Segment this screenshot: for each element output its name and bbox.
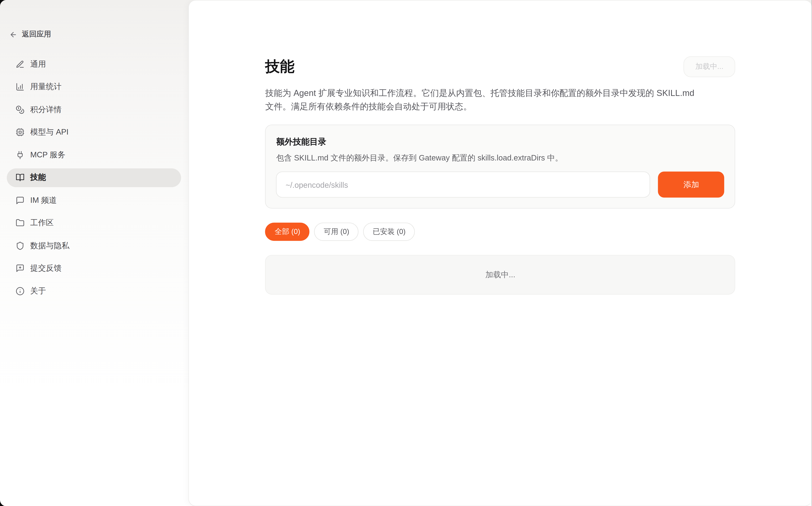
sidebar-item-label: 数据与隐私 (30, 241, 69, 251)
back-to-app-label: 返回应用 (22, 30, 51, 39)
info-icon (16, 287, 24, 296)
sidebar-item-1[interactable]: 通用 (7, 55, 181, 74)
back-to-app-button[interactable]: 返回应用 (9, 30, 51, 39)
sidebar-item-label: IM 频道 (30, 195, 57, 205)
sidebar-item-5[interactable]: MCP 服务 (7, 146, 181, 165)
sidebar-item-3[interactable]: 积分详情 (7, 100, 181, 119)
settings-panel: 技能 加载中... 技能为 Agent 扩展专业知识和工作流程。它们是从内置包、… (188, 0, 812, 506)
pencil-icon (16, 60, 24, 69)
sidebar-item-label: 通用 (30, 59, 46, 69)
sidebar-item-label: 积分详情 (30, 105, 62, 115)
page-description: 技能为 Agent 扩展专业知识和工作流程。它们是从内置包、托管技能目录和你配置… (265, 87, 704, 113)
shield-icon (16, 241, 24, 250)
sidebar-item-11[interactable]: 关于 (7, 281, 181, 301)
card-description: 包含 SKILL.md 文件的额外目录。保存到 Gateway 配置的 skil… (276, 152, 724, 164)
coins-icon (16, 105, 24, 114)
card-title: 额外技能目录 (276, 137, 724, 148)
page-title: 技能 (265, 59, 294, 75)
sidebar-nav: 通用用量统计积分详情模型与 APIMCP 服务技能IM 频道工作区数据与隐私提交… (7, 55, 181, 304)
app-window: 返回应用 通用用量统计积分详情模型与 APIMCP 服务技能IM 频道工作区数据… (0, 0, 812, 506)
message-square-icon (16, 196, 24, 205)
plug-icon (16, 151, 24, 159)
sidebar-item-8[interactable]: 工作区 (7, 214, 181, 233)
page-header: 技能 加载中... (265, 56, 735, 77)
sidebar-item-label: 用量统计 (30, 82, 62, 92)
filter-tab-2[interactable]: 可用 (0) (314, 223, 359, 241)
sidebar-item-9[interactable]: 数据与隐私 (7, 236, 181, 255)
sidebar-item-label: MCP 服务 (30, 150, 65, 160)
loading-text: 加载中... (485, 270, 515, 280)
sidebar-item-label: 技能 (30, 173, 46, 183)
sidebar-item-2[interactable]: 用量统计 (7, 77, 181, 96)
sidebar-item-7[interactable]: IM 频道 (7, 191, 181, 210)
sidebar-item-4[interactable]: 模型与 API (7, 123, 181, 142)
message-square-plus-icon (16, 264, 24, 273)
sidebar-item-10[interactable]: 提交反馈 (7, 259, 181, 278)
cpu-icon (16, 128, 24, 137)
extra-skill-dirs-card: 额外技能目录 包含 SKILL.md 文件的额外目录。保存到 Gateway 配… (265, 124, 735, 208)
filter-tab-3[interactable]: 已安装 (0) (363, 223, 415, 241)
add-dir-button[interactable]: 添加 (658, 172, 725, 198)
sidebar-item-label: 模型与 API (30, 127, 69, 137)
loading-status-button[interactable]: 加载中... (683, 56, 735, 77)
sidebar-item-label: 工作区 (30, 218, 54, 228)
skills-list-loading-panel: 加载中... (265, 255, 735, 294)
extra-dir-input[interactable] (276, 172, 650, 198)
sidebar-item-6[interactable]: 技能 (7, 168, 181, 187)
chart-column-icon (16, 82, 24, 91)
settings-sidebar: 返回应用 通用用量统计积分详情模型与 APIMCP 服务技能IM 频道工作区数据… (0, 0, 188, 506)
skills-page: 技能 加载中... 技能为 Agent 扩展专业知识和工作流程。它们是从内置包、… (265, 1, 735, 294)
folder-icon (16, 219, 24, 227)
extra-dir-input-row: 添加 (276, 172, 724, 198)
filter-tab-1[interactable]: 全部 (0) (265, 223, 309, 241)
arrow-left-icon (9, 30, 17, 38)
skill-filter-tabs: 全部 (0)可用 (0)已安装 (0) (265, 223, 735, 241)
book-open-icon (16, 173, 24, 182)
sidebar-item-label: 关于 (30, 286, 46, 296)
sidebar-item-label: 提交反馈 (30, 263, 62, 273)
